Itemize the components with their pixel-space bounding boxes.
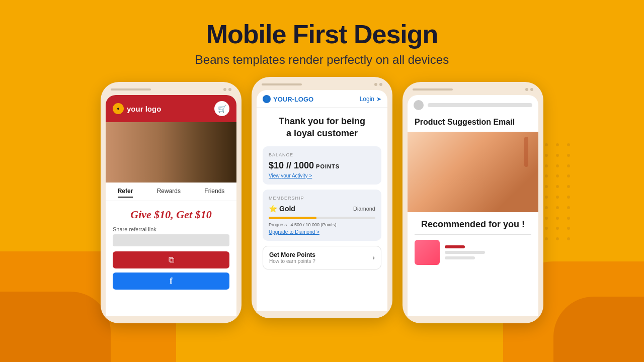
phone2-logo-text: YOUR-LOGO: [273, 96, 313, 103]
phone3-recommended-title: Recommended for you !: [408, 212, 538, 234]
star-icon: ⭐: [269, 205, 277, 213]
tab-refer[interactable]: Refer: [118, 188, 133, 198]
phone2-title-line2: a loyal customer: [264, 128, 380, 139]
phone2-login-button[interactable]: Login ➤: [360, 96, 381, 103]
phone3-product-thumbnail: [415, 240, 440, 265]
phone2-logo-icon: 👤: [263, 95, 271, 103]
phone2-loyalty-title: Thank you for being a loyal customer: [257, 108, 387, 146]
phone2-balance-card: BALANCE $10 // 1000 POINTS View your Act…: [263, 146, 381, 185]
phone2-membership-row: ⭐ Gold Diamond: [269, 205, 375, 213]
phone3-email-subject: Product Suggestion Email: [408, 114, 538, 132]
phone2-progress-fill: [269, 217, 316, 219]
cart-icon: 🛒: [218, 105, 226, 113]
phones-container: ● your logo 🛒 Refer Rewards Friends: [0, 77, 644, 323]
phone3-product-bar-title: [445, 251, 485, 254]
phone2-title-line1: Thank you for being: [264, 116, 380, 127]
arrow-icon: ➤: [376, 96, 381, 103]
phone1-screen: ● your logo 🛒 Refer Rewards Friends: [106, 95, 236, 316]
phone1-share-label: Share referral link: [106, 226, 236, 234]
phone2-view-activity-link[interactable]: View your Activity >: [269, 173, 375, 178]
phone2-dot1: [374, 83, 377, 86]
phone3-product-info: [445, 245, 531, 259]
page-title: Mobile First Design: [0, 20, 644, 49]
phone2-get-points-title: Get More Points: [269, 251, 315, 258]
phone2-gold-badge: ⭐ Gold: [269, 205, 295, 213]
phone2-notch: [257, 83, 387, 90]
phone2-membership-label: MEMBERSHIP: [269, 196, 375, 201]
page-subtitle: Beans templates render perfectly on all …: [0, 53, 644, 67]
phone2-login-text: Login: [360, 96, 374, 103]
phone1-logo-icon: ●: [113, 103, 124, 114]
phone1-copy-button[interactable]: ⧉: [113, 251, 229, 268]
phone2-diamond-text: Diamond: [353, 206, 375, 212]
phone3-product-bar-accent: [445, 245, 465, 248]
hero-bg: [106, 122, 236, 183]
phone3-dot2: [530, 88, 533, 91]
phone1-notch: [106, 88, 236, 95]
phone-loyalty: 👤 YOUR-LOGO Login ➤ Thank you for being …: [252, 77, 392, 318]
phone2-get-points-card[interactable]: Get More Points How to earn points ? ›: [263, 246, 381, 269]
phone1-hero-image: [106, 122, 236, 183]
phone2-dots: [374, 83, 382, 86]
tab-friends[interactable]: Friends: [204, 188, 224, 198]
phone3-subject-line-bar: [428, 103, 532, 107]
phone2-screen: 👤 YOUR-LOGO Login ➤ Thank you for being …: [257, 90, 387, 311]
phone2-dot2: [379, 83, 382, 86]
phone3-notch: [408, 88, 538, 95]
phone1-facebook-button[interactable]: f: [113, 273, 229, 290]
phone2-membership-card: MEMBERSHIP ⭐ Gold Diamond Progress : 4 5…: [263, 190, 381, 241]
hero-img-overlay: [408, 132, 538, 212]
phone1-link-input[interactable]: [113, 234, 229, 246]
phone1-tabs: Refer Rewards Friends: [106, 183, 236, 201]
phone1-give-text: Give $10, Get $10: [106, 201, 236, 226]
phone-product-suggestion: Product Suggestion Email Recommended for…: [403, 82, 543, 323]
phone1-logo-area: ● your logo: [113, 103, 161, 114]
phone2-get-points-subtitle: How to earn points ?: [269, 258, 315, 264]
phone2-balance-points: POINTS: [316, 163, 340, 169]
phone2-logo: 👤 YOUR-LOGO: [263, 95, 313, 103]
tab-rewards[interactable]: Rewards: [157, 188, 181, 198]
phone3-dots: [525, 88, 533, 91]
phone3-email-header: [408, 95, 538, 114]
phone2-upgrade-link[interactable]: Upgrade to Diamond >: [269, 229, 375, 235]
phone3-product-hero-image: [408, 132, 538, 212]
phone1-notch-line: [111, 88, 151, 90]
phone3-product-row: [408, 235, 538, 270]
phone2-app-header: 👤 YOUR-LOGO Login ➤: [257, 90, 387, 108]
copy-icon: ⧉: [169, 255, 174, 264]
person-icon: 👤: [264, 97, 269, 102]
chevron-right-icon: ›: [372, 253, 375, 261]
phone2-balance-label: BALANCE: [269, 152, 375, 157]
phone1-logo-text: your logo: [127, 105, 161, 113]
phone3-sender-avatar: [414, 100, 424, 110]
phone2-progress-text: Progress : 4 500 / 10 000 (Points): [269, 222, 375, 227]
phone2-balance-row: $10 // 1000 POINTS: [269, 160, 375, 171]
phone2-balance-amount: $10 // 1000: [269, 160, 314, 171]
phone1-cart-button[interactable]: 🛒: [214, 101, 229, 116]
phone-referral: ● your logo 🛒 Refer Rewards Friends: [101, 82, 242, 323]
phone3-notch-line: [413, 88, 453, 90]
phone2-gold-text: Gold: [279, 205, 295, 213]
phone3-dot1: [525, 88, 528, 91]
phone1-app-header: ● your logo 🛒: [106, 95, 236, 122]
phone2-get-points-text: Get More Points How to earn points ?: [269, 251, 315, 264]
dropper-icon: [524, 137, 528, 167]
phone2-notch-line: [262, 83, 302, 85]
phone1-dots: [223, 88, 231, 91]
phone1-dot2: [228, 88, 231, 91]
logo-bean-icon: ●: [117, 106, 119, 111]
phone1-dot1: [223, 88, 226, 91]
page-header: Mobile First Design Beans templates rend…: [0, 0, 644, 77]
phone2-progress-bar: [269, 217, 375, 219]
phone3-product-bar-price: [445, 256, 475, 259]
phone3-screen: Product Suggestion Email Recommended for…: [408, 95, 538, 316]
facebook-icon: f: [170, 277, 172, 286]
